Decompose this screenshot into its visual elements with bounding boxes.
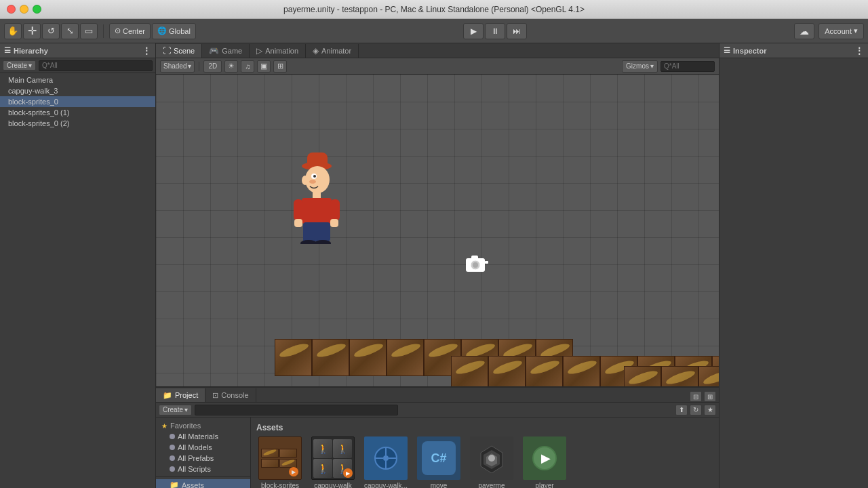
audio-button[interactable]: ♫ [241, 60, 254, 73]
star-button[interactable]: ★ [704, 405, 716, 415]
refresh-button[interactable]: ↻ [690, 405, 702, 415]
scene-viewport[interactable] [156, 75, 719, 386]
pivot-icon: ⊙ [115, 26, 121, 35]
tab-scene[interactable]: ⛶ Scene [156, 44, 202, 58]
svg-point-6 [309, 180, 316, 184]
pivot-tools: ⊙ Center 🌐 Global [109, 23, 196, 39]
asset-grid: ▶ block-sprites 🚶 🚶 🚶 [256, 435, 713, 488]
scripts-dot-icon [170, 466, 175, 472]
svg-rect-8 [302, 198, 332, 224]
maximize-button[interactable] [33, 5, 41, 14]
bottom-tab-right: ⊟ ⊞ [690, 391, 719, 402]
minimize-button[interactable] [20, 5, 28, 14]
tab-project[interactable]: 📁 Project [156, 388, 205, 402]
tab-animator[interactable]: ◈ Animator [306, 44, 359, 58]
capguy-walk-label: capguy-walk [314, 482, 352, 488]
shaded-dropdown[interactable]: Shaded ▾ [160, 60, 195, 73]
play-controls: ▶ ⏸ ⏭ [199, 23, 791, 39]
inspector-options-icon[interactable]: ⋮ [854, 45, 864, 56]
lights-button[interactable]: ☀ [224, 60, 238, 73]
sidebar-all-scripts[interactable]: All Scripts [156, 464, 250, 474]
models-dot-icon [170, 445, 175, 450]
asset-capguy-walk-controller[interactable]: capguy-walk... [362, 435, 410, 488]
scene-sep-1 [199, 62, 199, 71]
move-tool-button[interactable]: ✛ [23, 23, 41, 39]
scale-tool-button[interactable]: ⤡ [61, 23, 79, 39]
step-button[interactable]: ⏭ [507, 23, 527, 39]
close-button[interactable] [7, 5, 16, 14]
hierarchy-item-main-camera[interactable]: Main Camera [0, 75, 155, 85]
hand-tool-button[interactable]: ✋ [4, 23, 22, 39]
block-3-1 [624, 366, 661, 386]
camera-object [465, 254, 489, 277]
hierarchy-item-capguy[interactable]: capguy-walk_3 [0, 85, 155, 96]
hierarchy-panel: ☰ Hierarchy ⋮ Create ▾ Main Camera capgu… [0, 43, 156, 488]
center-button[interactable]: ⊙ Center [109, 23, 151, 39]
asset-block-sprites[interactable]: ▶ block-sprites [256, 435, 304, 488]
project-main: Assets [251, 418, 719, 488]
inspector-header: ☰ Inspector ⋮ [719, 43, 868, 58]
hierarchy-item-block0[interactable]: block-sprites_0 [0, 96, 155, 107]
project-tab-label: Project [175, 391, 198, 399]
sidebar-all-prefabs[interactable]: All Prefabs [156, 453, 250, 464]
favorites-section[interactable]: ★ Favorites [156, 420, 250, 431]
hierarchy-item-block2[interactable]: block-sprites_0 (2) [0, 118, 155, 129]
vfx-button[interactable]: ⊞ [273, 60, 287, 73]
tab-game[interactable]: 🎮 Game [202, 44, 250, 58]
capguy-label: capguy-walk_3 [8, 87, 58, 95]
sidebar-all-models[interactable]: All Models [156, 442, 250, 453]
hierarchy-list: Main Camera capguy-walk_3 block-sprites_… [0, 73, 155, 488]
inspector-icon: ☰ [724, 46, 730, 55]
project-search-input[interactable] [195, 405, 398, 415]
sidebar-assets-folder[interactable]: 📁 Assets [156, 479, 250, 488]
hierarchy-search-input[interactable] [39, 60, 153, 71]
asset-move[interactable]: C# move [415, 435, 462, 488]
block-3-2 [661, 366, 698, 386]
assets-section-label: Assets [256, 423, 713, 432]
tab-console[interactable]: ⊡ Console [205, 388, 256, 402]
save-button[interactable]: ⬆ [675, 405, 688, 415]
account-button[interactable]: Account ▾ [818, 23, 864, 39]
svg-rect-7 [313, 192, 321, 199]
character-sprite [288, 142, 342, 244]
asset-player[interactable]: ▶ player [521, 435, 568, 488]
hierarchy-options-icon[interactable]: ⋮ [142, 45, 151, 56]
svg-rect-10 [294, 219, 302, 227]
create-chevron-icon: ▾ [184, 406, 188, 413]
expand-bottom-button[interactable]: ⊞ [704, 391, 716, 402]
tab-animation[interactable]: ▷ Animation [250, 44, 306, 58]
global-icon: 🌐 [157, 26, 167, 35]
block2-label: block-sprites_0 (2) [8, 119, 69, 127]
svg-rect-9 [294, 199, 303, 221]
sidebar-all-materials[interactable]: All Materials [156, 431, 250, 442]
game-tab-label: Game [222, 47, 242, 55]
collapse-bottom-button[interactable]: ⊟ [690, 391, 702, 402]
hierarchy-create-button[interactable]: Create ▾ [3, 60, 36, 70]
capguy-controller-thumb [364, 436, 408, 480]
hierarchy-icon: ☰ [4, 46, 11, 55]
project-toolbar-right: ⬆ ↻ ★ [675, 405, 716, 415]
scene-search-input[interactable] [660, 61, 715, 72]
project-create-button[interactable]: Create ▾ [159, 405, 192, 415]
asset-capguy-walk[interactable]: 🚶 🚶 🚶 🚶 ▶ capguy-walk [309, 435, 357, 488]
block-3-3 [698, 366, 719, 386]
gizmos-button[interactable]: Gizmos ▾ [622, 60, 658, 73]
asset-payerme[interactable]: payerme [468, 435, 515, 488]
all-materials-label: All Materials [178, 432, 218, 441]
image-effects-button[interactable]: ▣ [257, 60, 271, 73]
rotate-tool-button[interactable]: ↺ [42, 23, 60, 39]
all-scripts-label: All Scripts [178, 465, 211, 473]
hierarchy-header: ☰ Hierarchy ⋮ [0, 43, 155, 58]
cloud-button[interactable]: ☁ [794, 23, 814, 39]
prefabs-dot-icon [170, 455, 175, 461]
global-button[interactable]: 🌐 Global [152, 23, 196, 39]
pause-button[interactable]: ⏸ [485, 23, 505, 39]
2d-button[interactable]: 2D [203, 60, 222, 73]
account-area: ☁ Account ▾ [794, 23, 864, 39]
play-button[interactable]: ▶ [463, 23, 484, 39]
block-1-2 [312, 339, 349, 376]
scene-tab-icon: ⛶ [163, 46, 171, 56]
hierarchy-item-block1[interactable]: block-sprites_0 (1) [0, 107, 155, 118]
rect-tool-button[interactable]: ▭ [80, 23, 98, 39]
project-content: ★ Favorites All Materials All Models [156, 418, 719, 488]
